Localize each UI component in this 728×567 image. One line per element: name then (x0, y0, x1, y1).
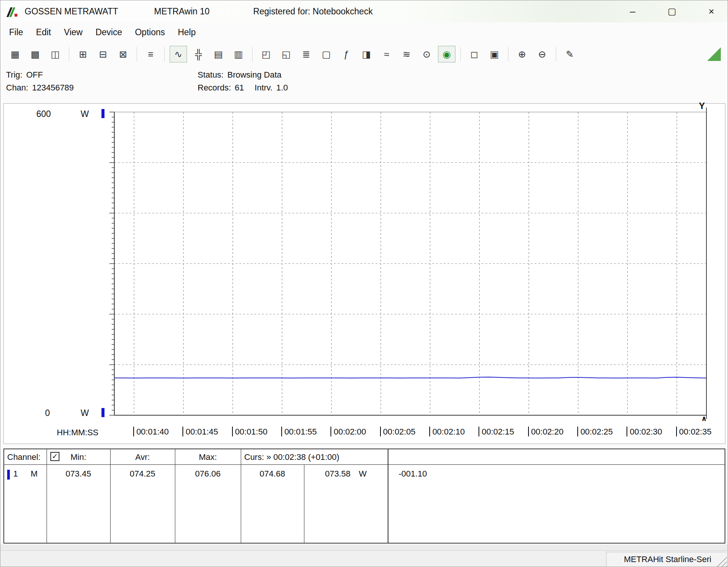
timeline-view-button[interactable]: ≣ (298, 46, 315, 62)
menubar: FileEditViewDeviceOptionsHelp (0, 22, 728, 42)
menu-edit[interactable]: Edit (30, 25, 58, 40)
meter-dial-button[interactable]: ⊙ (418, 46, 435, 62)
menu-help[interactable]: Help (171, 25, 202, 40)
x-tick-mark (479, 427, 479, 436)
titlebar-brand: GOSSEN METRAWATT (25, 6, 118, 17)
y-axis-unit-top: W (81, 109, 89, 119)
x-axis-format-label: HH:MM:SS (57, 428, 98, 438)
toolbar-separator (69, 47, 69, 61)
x-tick-mark (182, 427, 183, 436)
menu-view[interactable]: View (58, 25, 89, 40)
function-button[interactable]: ƒ (338, 46, 355, 62)
window-export-button[interactable]: ◰ (257, 46, 275, 62)
col-header-cursor: Curs: » 00:02:38 (+01:00) (244, 452, 339, 462)
menu-options[interactable]: Options (128, 25, 171, 40)
save-button[interactable]: ▦ (6, 46, 24, 62)
status-text: Status:Browsing Data (198, 69, 288, 81)
cell-cursor-b: 073.58 W (304, 469, 388, 479)
y-axis-max-label: 600 (36, 109, 51, 119)
toolbar-separator (508, 47, 508, 61)
xy-view-button[interactable]: ╬ (190, 46, 207, 62)
numeric-display-button[interactable]: ≡ (142, 46, 159, 62)
open-button[interactable]: ◫ (47, 46, 64, 62)
col-header-min: Min: (47, 452, 110, 462)
cell-channel-number: 1 (13, 469, 18, 479)
line-graph-view-button[interactable]: ∿ (170, 46, 187, 62)
statusbar: METRAHit Starline-Seri (0, 550, 728, 567)
menu-device[interactable]: Device (89, 25, 128, 40)
cursor-handle-bottom[interactable]: ∧ (701, 414, 707, 423)
x-tick-mark (330, 427, 331, 436)
toolbar-separator (460, 47, 461, 61)
annotation-button[interactable]: ✎ (561, 46, 578, 62)
x-tick-mark (676, 427, 677, 436)
y-axis-min-label: 0 (45, 408, 50, 418)
channel-list: Chan:123456789 (6, 81, 74, 94)
cell-max: 076.06 (175, 469, 241, 479)
table-view-button[interactable]: ▤ (210, 46, 227, 62)
toolbar-separator (164, 47, 165, 61)
table-divider (110, 449, 111, 543)
cursor-handle-top[interactable]: Y (699, 101, 705, 111)
toolbar-separator (252, 47, 253, 61)
channel-color-marker (7, 470, 10, 480)
waveform-high-button[interactable]: ≋ (398, 46, 415, 62)
records-text: Records:61Intrv.1.0 (198, 81, 288, 94)
x-tick-label: 00:02:30 (627, 427, 662, 437)
x-tick-label: 00:02:25 (577, 427, 613, 437)
minimize-button[interactable]: – (622, 3, 644, 19)
titlebar-app-name: METRAwin 10 (154, 6, 210, 17)
cell-cursor-a: 074.68 (241, 469, 304, 479)
col-header-max: Max: (175, 452, 241, 462)
col-header-channel: Channel: (7, 452, 41, 462)
waveform-low-button[interactable]: ≈ (378, 46, 395, 62)
maximize-button[interactable]: ▢ (661, 3, 683, 19)
save-as-button[interactable]: ▩ (27, 46, 44, 62)
x-tick-mark (232, 427, 233, 436)
app-icon (6, 5, 19, 18)
cell-avr: 074.25 (110, 469, 175, 479)
export-report-button[interactable]: ⊞ (74, 46, 92, 62)
power-line-chart (4, 104, 726, 444)
table-divider (388, 449, 388, 543)
x-tick-label: 00:01:45 (182, 427, 218, 437)
print-button[interactable]: ▣ (486, 46, 503, 62)
x-tick-mark (577, 427, 578, 436)
x-tick-mark (429, 427, 430, 436)
print-preview-button[interactable]: ◻ (466, 46, 483, 62)
cell-cursor-b-value: 073.58 (325, 469, 350, 478)
channel-range-marker-top (101, 109, 104, 118)
cell-cursor-b-unit: W (359, 469, 367, 478)
titlebar-registered-text: Registered for: Notebookcheck (253, 6, 373, 17)
zoom-in-button[interactable]: ⊕ (513, 46, 531, 62)
window-import-button[interactable]: ◱ (277, 46, 295, 62)
power-meter-button[interactable]: ◉ (438, 46, 455, 62)
table-divider (175, 449, 175, 543)
x-tick-label: 00:02:15 (479, 427, 514, 437)
close-button[interactable]: × (700, 3, 722, 19)
connected-device-label: METRAHit Starline-Seri (606, 552, 726, 567)
bar-graph-view-button[interactable]: ▥ (230, 46, 247, 62)
export-clipboard-button[interactable]: ⊠ (114, 46, 132, 62)
table-header-divider (4, 464, 725, 465)
series-line (114, 377, 706, 378)
x-tick-mark (627, 427, 627, 436)
zoom-out-button[interactable]: ⊖ (533, 46, 551, 62)
menu-file[interactable]: File (3, 25, 30, 40)
toolbar-separator (556, 47, 556, 61)
x-tick-label: 00:01:55 (281, 427, 317, 437)
table-divider (47, 449, 47, 543)
x-tick-label: 00:02:35 (676, 427, 712, 437)
x-tick-label: 00:02:10 (429, 427, 465, 437)
col-header-avr: Avr: (110, 452, 175, 462)
device-display-button[interactable]: ◨ (358, 46, 375, 62)
titlebar: GOSSEN METRAWATT METRAwin 10 Registered … (0, 0, 728, 22)
trigger-status: Trig:OFF (6, 69, 74, 81)
cell-min: 073.45 (47, 469, 110, 479)
x-tick-label: 00:02:00 (330, 427, 366, 437)
chart-panel: 600 W 0 W HH:MM:SS Y ∧ 00:01:4000:01:450… (3, 103, 725, 444)
export-data-button[interactable]: ⊟ (94, 46, 112, 62)
monitor-view-button[interactable]: ▢ (318, 46, 335, 62)
x-tick-mark (380, 427, 381, 436)
channel-range-marker-bottom (101, 408, 104, 417)
